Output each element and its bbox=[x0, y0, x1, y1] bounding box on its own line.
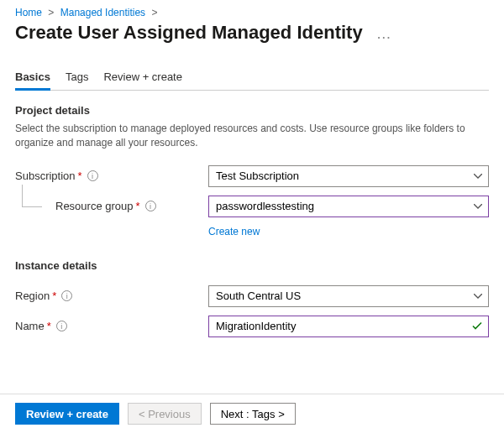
breadcrumb-separator: > bbox=[48, 7, 54, 18]
required-indicator: * bbox=[52, 290, 56, 302]
required-indicator: * bbox=[47, 320, 51, 332]
page-title: Create User Assigned Managed Identity … bbox=[15, 22, 489, 44]
resource-group-select[interactable] bbox=[208, 196, 489, 217]
overflow-icon[interactable]: … bbox=[376, 25, 391, 42]
breadcrumb-separator: > bbox=[151, 7, 157, 18]
required-indicator: * bbox=[78, 170, 82, 182]
footer-bar: Review + create < Previous Next : Tags > bbox=[0, 394, 504, 433]
resource-group-label: Resource group * i bbox=[15, 200, 208, 212]
info-icon[interactable]: i bbox=[56, 321, 67, 331]
check-icon bbox=[472, 320, 482, 332]
info-icon[interactable]: i bbox=[87, 170, 98, 181]
breadcrumb: Home > Managed Identities > bbox=[15, 7, 489, 18]
tab-bar: Basics Tags Review + create bbox=[15, 65, 489, 91]
tab-basics[interactable]: Basics bbox=[15, 65, 50, 91]
instance-details-heading: Instance details bbox=[15, 259, 489, 272]
tab-review-create[interactable]: Review + create bbox=[103, 65, 182, 90]
tab-tags[interactable]: Tags bbox=[66, 65, 88, 90]
breadcrumb-managed-identities[interactable]: Managed Identities bbox=[60, 7, 145, 18]
project-details-heading: Project details bbox=[15, 104, 489, 117]
required-indicator: * bbox=[136, 200, 140, 212]
review-create-button[interactable]: Review + create bbox=[15, 403, 119, 425]
next-button[interactable]: Next : Tags > bbox=[210, 403, 296, 425]
project-details-description: Select the subscription to manage deploy… bbox=[15, 122, 489, 150]
name-input[interactable] bbox=[208, 316, 489, 337]
subscription-select[interactable] bbox=[208, 165, 489, 187]
info-icon[interactable]: i bbox=[61, 290, 72, 301]
region-select[interactable] bbox=[208, 285, 489, 307]
name-label: Name * i bbox=[15, 320, 208, 332]
previous-button: < Previous bbox=[128, 403, 202, 425]
create-new-resource-group-link[interactable]: Create new bbox=[208, 226, 260, 237]
breadcrumb-home[interactable]: Home bbox=[15, 7, 42, 18]
info-icon[interactable]: i bbox=[145, 201, 156, 211]
region-label: Region * i bbox=[15, 290, 208, 302]
subscription-label: Subscription * i bbox=[15, 170, 208, 182]
